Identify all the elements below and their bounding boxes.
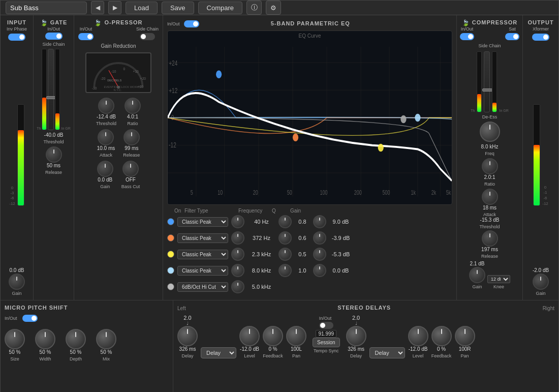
sd-right-pan-knob[interactable] <box>455 326 475 346</box>
sd-right-type-select[interactable]: Delay <box>369 347 405 358</box>
eq-band-2-on-button[interactable] <box>167 234 174 242</box>
eq-band-2-freq-value: 372 Hz <box>247 235 275 241</box>
eq-band-4-on-button[interactable] <box>167 267 174 274</box>
eq-band-2-filter-select[interactable]: Classic Peak <box>177 233 228 243</box>
comp-freq-knob[interactable] <box>480 122 500 142</box>
sd-left-feedback-knob[interactable] <box>263 326 283 346</box>
micro-pitch-depth-knob[interactable] <box>66 329 86 349</box>
svg-text:-12: -12 <box>169 141 176 149</box>
load-button[interactable]: Load <box>126 2 158 14</box>
eq-band-1-on-button[interactable] <box>167 218 174 225</box>
info-button[interactable]: Ⓘ <box>246 1 262 15</box>
eq-band-5-freq-value: 5.0 kHz <box>247 284 275 290</box>
prev-preset-button[interactable]: ◀ <box>91 1 104 14</box>
comp-threshold-label: Threshold <box>479 224 500 229</box>
svg-text:200: 200 <box>354 189 362 196</box>
eq-band-5-filter-select[interactable]: 6dB/Oct Hi Cut <box>177 282 228 292</box>
eq-band-3-filter-select[interactable]: Classic Peak <box>177 250 228 259</box>
micro-pitch-inout-toggle[interactable] <box>22 315 38 322</box>
micro-pitch-size-knob[interactable] <box>5 329 25 349</box>
eq-band-4-q-knob[interactable] <box>278 264 292 277</box>
eq-band-2-q-knob[interactable] <box>278 231 292 245</box>
eq-band-3-q-knob[interactable] <box>278 248 292 261</box>
opressor-ratio-knob[interactable] <box>125 98 141 114</box>
eq-band-4-freq-knob[interactable] <box>231 264 244 277</box>
gate-fader[interactable] <box>48 49 54 130</box>
opressor-sidechain-toggle[interactable] <box>140 33 155 40</box>
eq-band-1-q-knob[interactable] <box>278 215 292 228</box>
settings-button[interactable]: ⚙ <box>266 1 281 15</box>
gate-inout-label: In/Out <box>47 26 60 32</box>
input-gain-knob[interactable] <box>9 274 25 290</box>
sd-tempo-sync-button[interactable]: Session <box>313 338 340 347</box>
output-xformer-toggle[interactable] <box>532 34 549 41</box>
svg-text:+24: +24 <box>169 59 177 68</box>
input-inv-phase-toggle[interactable] <box>8 34 25 41</box>
eq-band-1-filter-select[interactable]: Classic Peak <box>177 217 228 227</box>
svg-text:EVENTIDE CLOCK WORKS: EVENTIDE CLOCK WORKS <box>104 85 141 88</box>
sd-left-pan-knob[interactable] <box>286 326 306 346</box>
comp-knee-select[interactable]: 12 dB <box>487 275 510 283</box>
svg-text:-10: -10 <box>111 70 116 73</box>
sd-left-delay-knob[interactable] <box>177 326 198 346</box>
eq-col-q: Q <box>272 208 287 214</box>
comp-inout-toggle[interactable] <box>460 33 474 40</box>
eq-band-3-gain-knob[interactable] <box>313 248 326 261</box>
gate-meter-th <box>42 49 47 130</box>
eq-band-5-freq-knob[interactable] <box>231 280 244 293</box>
comp-attack-knob[interactable] <box>482 189 498 205</box>
comp-ratio-knob[interactable] <box>482 158 498 174</box>
comp-release-knob[interactable] <box>482 230 498 247</box>
opressor-attack-knob[interactable] <box>98 129 114 145</box>
sd-right-feedback-knob[interactable] <box>431 326 452 346</box>
eq-curve-display: EQ Curve <box>167 31 452 205</box>
comp-fader[interactable] <box>484 51 490 112</box>
eq-band-3-freq-knob[interactable] <box>231 248 244 261</box>
eq-band-1-freq-knob[interactable] <box>231 215 244 228</box>
main-area: INPUT Inv Phase 0-3-6-12 0.0 dB Gain <box>1 15 558 392</box>
sd-title: STEREO DELAYS <box>337 305 391 311</box>
next-preset-button[interactable]: ▶ <box>108 1 121 14</box>
opressor-basscut-knob[interactable] <box>122 161 139 177</box>
opressor-inout-toggle[interactable] <box>78 33 94 40</box>
sd-left-type-select[interactable]: Delay <box>201 347 236 358</box>
eq-panel: In/Out 5-BAND PARAMETRIC EQ EQ Curve <box>163 15 457 300</box>
sd-inout-toggle[interactable] <box>319 322 333 329</box>
gate-release-value: 50 ms <box>47 163 60 168</box>
svg-text:+10: +10 <box>133 70 139 73</box>
compare-button[interactable]: Compare <box>198 2 242 14</box>
eq-inout-toggle[interactable] <box>184 20 199 27</box>
eq-band-1-gain-knob[interactable] <box>313 215 326 228</box>
top-section: INPUT Inv Phase 0-3-6-12 0.0 dB Gain <box>1 15 558 300</box>
save-button[interactable]: Save <box>162 2 194 14</box>
opressor-gain-knob[interactable] <box>97 161 113 177</box>
output-gain-knob[interactable] <box>533 274 549 290</box>
eq-band-2-freq-knob[interactable] <box>231 231 244 245</box>
sd-left-feedback-label: Feedback <box>263 353 283 358</box>
sd-left-level-knob[interactable] <box>239 326 260 346</box>
sd-right-delay-knob[interactable] <box>346 326 366 346</box>
svg-text:5: 5 <box>191 189 193 196</box>
micro-pitch-mix-knob[interactable] <box>96 329 116 349</box>
opressor-basscut-value: OFF <box>126 177 136 183</box>
micro-pitch-width-knob[interactable] <box>35 329 55 349</box>
eq-band-4-filter-select[interactable]: Classic Peak <box>177 266 228 276</box>
eq-band-3-on-button[interactable] <box>167 251 174 258</box>
opressor-release-knob[interactable] <box>123 129 140 145</box>
output-title: OUTPUT <box>527 19 553 25</box>
comp-threshold-value: -15.3 dB <box>480 217 500 223</box>
eq-band-2-gain-knob[interactable] <box>313 231 326 245</box>
eq-band-1-freq-value: 40 Hz <box>247 219 275 225</box>
sd-right-label: Right <box>543 306 554 311</box>
gate-inout-toggle[interactable] <box>45 33 63 40</box>
eq-band-5-on-button[interactable] <box>167 283 174 290</box>
comp-sat-toggle[interactable] <box>505 33 519 40</box>
gate-release-knob[interactable] <box>46 146 62 163</box>
sd-right-level-knob[interactable] <box>408 326 428 346</box>
eq-band-4-gain-knob[interactable] <box>313 264 326 277</box>
opressor-threshold-knob[interactable] <box>98 98 114 114</box>
eq-col-gain: Gain <box>290 208 313 214</box>
preset-select[interactable]: Sub Bass <box>6 2 87 14</box>
comp-gain-knob[interactable] <box>469 267 485 283</box>
sd-left-pan-label: Pan <box>292 353 300 358</box>
